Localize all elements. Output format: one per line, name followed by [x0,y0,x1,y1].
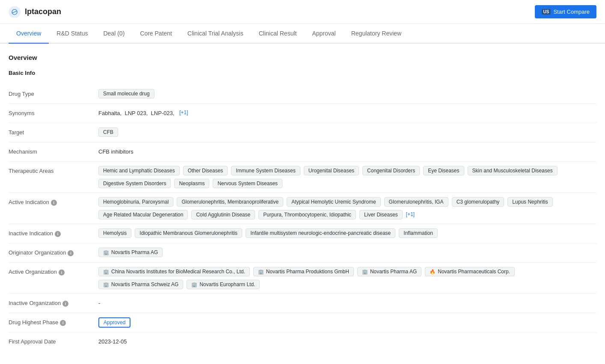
inactive-org-text: - [98,298,100,306]
first-approval-text: 2023-12-05 [98,337,127,345]
highest-phase-value: Approved [98,317,596,328]
active-indication-tag: Lupus Nephritis [507,197,552,207]
active-org-tag: 🔥Novartis Pharmaceuticals Corp. [425,267,515,276]
active-org-label: Active Organization i [9,267,98,275]
header-left: Iptacopan [9,6,61,18]
tab-core-patent[interactable]: Core Patent [132,24,180,44]
active-indication-info-icon[interactable]: i [51,200,57,206]
svg-line-1 [12,11,17,13]
active-org-name: China Novartis Institutes for BioMedical… [111,269,245,275]
inactive-indication-tag: Hemolysis [98,228,131,238]
tab-rd-status[interactable]: R&D Status [49,24,95,44]
target-tag: CFB [98,127,118,137]
therapeutic-areas-label: Therapeutic Areas [9,166,98,174]
active-org-name: Novartis Europharm Ltd. [199,281,255,287]
inactive-indication-value: HemolysisIdiopathic Membranous Glomerulo… [98,228,596,238]
originator-org-info-icon[interactable]: i [68,250,74,256]
highest-phase-label: Drug Highest Phase i [9,317,98,326]
therapeutic-areas-row: Therapeutic Areas Hemic and Lymphatic Di… [9,162,596,192]
active-org-name: Novartis Pharmaceuticals Corp. [438,269,510,275]
inactive-org-label: Inactive Organization i [9,298,98,307]
active-org-icon: 🏢 [103,282,109,287]
active-indication-tag: Purpura, Thrombocytopenic, Idiopathic [258,210,356,219]
active-org-name: Novartis Pharma Produktions GmbH [266,269,349,275]
inactive-indication-tag: Infantile multisystem neurologic-endocri… [246,228,395,238]
inactive-indication-label: Inactive Indication i [9,228,98,237]
nav-tabs: Overview R&D Status Deal (0) Core Patent… [0,24,605,44]
synonyms-row: Synonyms Fabhalta, LNP 023, LNP-023, [+1… [9,104,596,123]
therapeutic-area-tag: Congenital Disorders [362,166,420,175]
active-org-value: 🏢China Novartis Institutes for BioMedica… [98,267,596,289]
active-org-tag: 🏢Novartis Pharma AG [357,267,421,276]
synonyms-text: Fabhalta, LNP 023, LNP-023, [98,108,176,116]
active-indication-tag: Cold Agglutinin Disease [191,210,255,219]
tab-clinical-result[interactable]: Clinical Result [251,24,305,44]
header: Iptacopan US Start Compare [0,0,605,24]
target-label: Target [9,127,98,136]
active-org-row: Active Organization i 🏢China Novartis In… [9,263,596,293]
therapeutic-area-tag: Digestive System Disorders [98,179,171,188]
active-indication-label: Active Indication i [9,197,98,206]
therapeutic-area-tag: Urogenital Diseases [304,166,359,175]
synonyms-value: Fabhalta, LNP 023, LNP-023, [+1] [98,108,596,117]
target-value: CFB [98,127,596,137]
first-approval-value: 2023-12-05 [98,337,596,345]
originator-org-value: 🏢 Novartis Pharma AG [98,248,596,257]
active-org-tag: 🏢Novartis Pharma Schweiz AG [98,280,183,289]
active-indication-tag: Atypical Hemolytic Uremic Syndrome [287,197,380,207]
tab-deal[interactable]: Deal (0) [96,24,133,44]
active-indication-value: Hemoglobinuria, ParoxysmalGlomerulonephr… [98,197,596,219]
highest-phase-info-icon[interactable]: i [60,320,66,326]
active-indication-tag: Age Related Macular Degeneration [98,210,188,219]
therapeutic-area-tag: Immune System Diseases [231,166,300,175]
originator-org-icon: 🏢 [103,250,109,255]
target-row: Target CFB [9,123,596,142]
active-org-icon: 🏢 [103,269,109,275]
active-indication-tag: C3 glomerulopathy [452,197,504,207]
start-compare-button[interactable]: US Start Compare [535,5,596,18]
active-indication-more[interactable]: [+1] [406,210,415,219]
inactive-indication-tag: Inflammation [399,228,438,238]
mechanism-label: Mechanism [9,147,98,155]
drug-type-label: Drug Type [9,89,98,97]
drug-type-row: Drug Type Small molecule drug [9,85,596,104]
synonyms-label: Synonyms [9,108,98,116]
active-org-name: Novartis Pharma AG [370,269,417,275]
drug-icon [9,6,21,18]
active-org-icon: 🏢 [362,269,368,275]
inactive-org-row: Inactive Organization i - [9,294,596,313]
active-indication-row: Active Indication i Hemoglobinuria, Paro… [9,193,596,224]
tab-approval[interactable]: Approval [304,24,343,44]
main-content: Overview Basic Info Drug Type Small mole… [0,44,605,361]
first-approval-row: First Approval Date 2023-12-05 [9,332,596,351]
section-title: Basic Info [9,70,596,76]
therapeutic-area-tag: Other Diseases [183,166,228,175]
originator-org-row: Originator Organization i 🏢 Novartis Pha… [9,243,596,262]
page-title: Overview [9,54,596,61]
tab-regulatory-review[interactable]: Regulatory Review [344,24,409,44]
inactive-indication-info-icon[interactable]: i [55,231,61,237]
originator-org-tag: 🏢 Novartis Pharma AG [98,248,163,257]
therapeutic-area-tag: Neoplasms [174,179,209,188]
originator-org-name: Novartis Pharma AG [111,249,158,255]
tab-overview[interactable]: Overview [9,24,49,44]
first-approval-label: First Approval Date [9,337,98,345]
tab-clinical-trial[interactable]: Clinical Trial Analysis [180,24,251,44]
active-org-icon: 🏢 [258,269,264,275]
active-org-name: Novartis Pharma Schweiz AG [111,281,178,287]
active-indication-tag: Liver Diseases [359,210,403,219]
active-org-tag: 🏢Novartis Pharma Produktions GmbH [253,267,354,276]
therapeutic-area-tag: Skin and Musculoskeletal Diseases [468,166,558,175]
synonyms-more[interactable]: [+1] [179,108,188,117]
active-org-tag: 🏢Novartis Europharm Ltd. [187,280,260,289]
mechanism-row: Mechanism CFB inhibitors [9,142,596,161]
us-badge: US [542,9,551,15]
active-org-icon: 🔥 [430,269,436,275]
inactive-indication-row: Inactive Indication i HemolysisIdiopathi… [9,224,596,243]
drug-title: Iptacopan [25,7,61,16]
therapeutic-area-tag: Nervous System Diseases [213,179,282,188]
active-indication-tag: Glomerulonephritis, Membranoproliferativ… [177,197,283,207]
active-indication-tag: Glomerulonephritis, IGA [384,197,448,207]
inactive-org-info-icon[interactable]: i [62,301,68,307]
active-org-info-icon[interactable]: i [59,269,65,275]
